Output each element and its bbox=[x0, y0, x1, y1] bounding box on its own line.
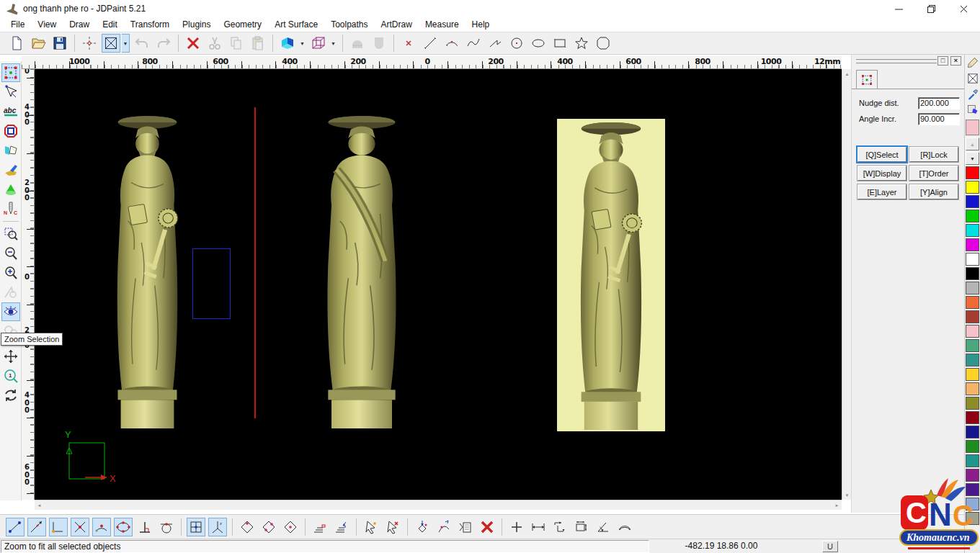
pal-dropper-icon[interactable] bbox=[966, 87, 980, 102]
shade-view-icon[interactable] bbox=[278, 34, 297, 53]
shape-tool-icon[interactable] bbox=[1, 122, 20, 140]
draw-star-icon[interactable] bbox=[572, 34, 591, 53]
draw-rect-icon[interactable] bbox=[551, 34, 569, 53]
menu-measure[interactable]: Measure bbox=[419, 18, 466, 31]
node-smooth-icon[interactable] bbox=[435, 518, 453, 536]
color-swatch[interactable] bbox=[966, 166, 979, 179]
color-swatch[interactable] bbox=[966, 411, 979, 424]
meas-point-icon[interactable] bbox=[507, 518, 526, 536]
menu-help[interactable]: Help bbox=[466, 18, 496, 31]
color-swatch[interactable] bbox=[966, 454, 979, 467]
menu-edit[interactable]: Edit bbox=[96, 18, 124, 31]
panel-button-rlock[interactable]: [R]Lock bbox=[909, 147, 958, 162]
color-swatch[interactable] bbox=[966, 296, 979, 309]
unit-button[interactable]: U bbox=[822, 541, 838, 552]
redo-icon[interactable] bbox=[154, 34, 173, 53]
draw-spline-icon[interactable] bbox=[464, 34, 483, 53]
text-tool-icon[interactable]: abc bbox=[1, 102, 20, 121]
trim-tool-icon[interactable] bbox=[1, 141, 20, 160]
panel-button-qselect[interactable]: [Q]Select bbox=[858, 147, 906, 162]
shade-view-dropdown[interactable]: ▼ bbox=[298, 34, 306, 53]
snap-grid-icon[interactable] bbox=[187, 518, 205, 536]
select-box-dropdown[interactable]: ▼ bbox=[122, 34, 130, 53]
copy-icon[interactable] bbox=[227, 34, 246, 53]
refresh-view-icon[interactable] bbox=[1, 386, 20, 405]
color-swatch[interactable] bbox=[966, 224, 979, 237]
panel-close-button[interactable]: × bbox=[950, 56, 961, 66]
pick-del-icon[interactable] bbox=[383, 518, 402, 536]
meas-angle-icon[interactable] bbox=[594, 518, 612, 536]
draw-circle-icon[interactable] bbox=[507, 34, 526, 53]
menu-transform[interactable]: Transform bbox=[124, 18, 176, 31]
panel-restore-button[interactable]: □ bbox=[937, 56, 948, 66]
color-swatch[interactable] bbox=[966, 368, 979, 381]
panel-grip[interactable] bbox=[856, 59, 937, 64]
menu-artdraw[interactable]: ArtDraw bbox=[375, 18, 419, 31]
color-swatch[interactable] bbox=[966, 238, 979, 251]
undo-icon[interactable] bbox=[133, 34, 151, 53]
color-swatch[interactable] bbox=[966, 354, 979, 367]
menu-draw[interactable]: Draw bbox=[63, 18, 96, 31]
color-swatch[interactable] bbox=[966, 339, 979, 352]
palette-scroll-down-icon[interactable]: ▼ bbox=[966, 152, 979, 165]
cut-icon[interactable] bbox=[205, 34, 224, 53]
nudge-cross-icon[interactable] bbox=[80, 34, 99, 53]
pan-tool-icon[interactable] bbox=[1, 347, 20, 366]
draw-ellipse-icon[interactable] bbox=[529, 34, 548, 53]
zoom-select-icon[interactable] bbox=[1, 225, 20, 243]
zoom-in-icon[interactable] bbox=[1, 264, 20, 282]
menu-geometry[interactable]: Geometry bbox=[217, 18, 268, 31]
vertex-add-icon[interactable] bbox=[259, 518, 278, 536]
meas-offset-icon[interactable] bbox=[551, 518, 569, 536]
zoom-prev-icon[interactable] bbox=[1, 283, 20, 302]
snap-axis-icon[interactable]: z bbox=[208, 518, 227, 536]
node-list-icon[interactable] bbox=[456, 518, 475, 536]
view-eye-icon[interactable] bbox=[1, 302, 20, 321]
horizontal-scrollbar[interactable]: ◄ ► bbox=[35, 500, 842, 510]
menu-toolpaths[interactable]: Toolpaths bbox=[324, 18, 374, 31]
fill-tool-icon[interactable] bbox=[1, 161, 20, 179]
relief-front-icon[interactable] bbox=[348, 34, 367, 53]
close-button[interactable] bbox=[948, 0, 980, 17]
draw-arc-icon[interactable] bbox=[442, 34, 461, 53]
color-swatch[interactable] bbox=[966, 382, 979, 395]
panel-button-yalign[interactable]: [Y]Align bbox=[909, 184, 958, 199]
scroll-right-arrow[interactable]: ► bbox=[832, 500, 842, 510]
open-file-icon[interactable] bbox=[29, 34, 48, 53]
snap-intersect-icon[interactable] bbox=[71, 518, 89, 536]
snap-end-icon[interactable] bbox=[6, 518, 24, 536]
zoom-1-1-icon[interactable]: 1 bbox=[1, 367, 20, 385]
draw-point-icon[interactable] bbox=[399, 34, 418, 53]
menu-view[interactable]: View bbox=[31, 18, 63, 31]
snap-mid-icon[interactable] bbox=[27, 518, 46, 536]
minimize-button[interactable] bbox=[883, 0, 915, 17]
paste-icon[interactable] bbox=[249, 34, 267, 53]
panel-button-elayer[interactable]: [E]Layer bbox=[858, 184, 906, 199]
draw-line-icon[interactable] bbox=[421, 34, 440, 53]
color-swatch[interactable] bbox=[966, 267, 979, 280]
meas-arc-icon[interactable] bbox=[615, 518, 634, 536]
palette-scroll-up-icon[interactable]: ▲ bbox=[966, 138, 979, 150]
draw-polyline-icon[interactable] bbox=[486, 34, 504, 53]
snap-arc-icon[interactable] bbox=[92, 518, 111, 536]
pick-add-icon[interactable] bbox=[362, 518, 380, 536]
save-file-icon[interactable] bbox=[50, 34, 69, 53]
new-file-icon[interactable] bbox=[7, 34, 26, 53]
color-swatch[interactable] bbox=[966, 325, 979, 338]
panel-button-torder[interactable]: [T]Order bbox=[909, 166, 958, 181]
color-swatch[interactable] bbox=[966, 253, 979, 266]
node-delete-icon[interactable] bbox=[478, 518, 496, 536]
relief-tool-icon[interactable] bbox=[1, 180, 20, 199]
color-swatch[interactable] bbox=[966, 397, 979, 410]
pal-edit-icon[interactable] bbox=[966, 103, 980, 117]
snap-corner-icon[interactable] bbox=[49, 518, 68, 536]
select-box-icon[interactable] bbox=[102, 34, 120, 53]
node-insert-icon[interactable] bbox=[413, 518, 432, 536]
draw-polygon-icon[interactable] bbox=[594, 34, 612, 53]
wireframe-view-icon[interactable] bbox=[309, 34, 328, 53]
panel-tab-select[interactable] bbox=[856, 70, 878, 89]
color-swatch[interactable] bbox=[966, 181, 979, 194]
snap-quadrant-icon[interactable] bbox=[114, 518, 133, 536]
color-swatch[interactable] bbox=[966, 426, 979, 439]
delete-x-icon[interactable] bbox=[184, 34, 202, 53]
